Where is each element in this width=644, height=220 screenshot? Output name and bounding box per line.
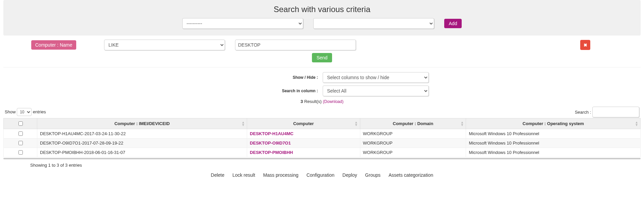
col-checkbox[interactable]	[4, 118, 37, 129]
computer-link[interactable]: DESKTOP-O9ID7O1	[250, 141, 291, 146]
results-table: Computer : IMEI/DEVICEID▲▼ Computer▲▼ Co…	[3, 118, 641, 157]
col-domain[interactable]: Computer : Domain▲▼	[360, 118, 466, 129]
active-criteria-row: Computer : Name LIKE ✖	[3, 40, 641, 50]
cell-os: Microsoft Windows 10 Professionnel	[466, 139, 641, 148]
col-os[interactable]: Computer : Operating system▲▼	[466, 118, 641, 129]
action-groups[interactable]: Groups	[365, 172, 380, 178]
cell-imei: DESKTOP-PMOIBHH-2018-06-01-16-31-07	[37, 148, 247, 157]
action-delete[interactable]: Delete	[211, 172, 224, 178]
cell-domain: WORKGROUP	[360, 129, 466, 139]
col-computer[interactable]: Computer▲▼	[247, 118, 360, 129]
operator-select[interactable]: LIKE	[104, 40, 225, 50]
sort-icon: ▲▼	[355, 121, 358, 126]
criteria-value-input[interactable]	[235, 40, 356, 50]
cell-imei: DESKTOP-O9ID7O1-2017-07-28-09-19-22	[37, 139, 247, 148]
row-checkbox[interactable]	[18, 131, 23, 136]
cell-os: Microsoft Windows 10 Professionnel	[466, 148, 641, 157]
cell-imei: DESKTOP-H1AU4MC-2017-03-24-11-30-22	[37, 129, 247, 139]
search-in-column-label: Search in column :	[215, 89, 323, 93]
remove-criteria-button[interactable]: ✖	[580, 40, 590, 50]
row-checkbox-cell	[4, 139, 37, 148]
cell-computer: DESKTOP-O9ID7O1	[247, 139, 360, 148]
table-row: DESKTOP-H1AU4MC-2017-03-24-11-30-22DESKT…	[4, 129, 641, 139]
search-in-column-select[interactable]: Select All	[323, 86, 429, 96]
sort-icon: ▲▼	[461, 121, 464, 126]
col-imei[interactable]: Computer : IMEI/DEVICEID▲▼	[37, 118, 247, 129]
table-info: Showing 1 to 3 of 3 entries	[30, 163, 641, 168]
row-checkbox[interactable]	[18, 150, 23, 155]
entries-length: Show 10 entries	[5, 108, 46, 116]
row-checkbox-cell	[4, 148, 37, 157]
entries-select[interactable]: 10	[17, 108, 32, 116]
table-row: DESKTOP-PMOIBHH-2018-06-01-16-31-07DESKT…	[4, 148, 641, 157]
search-panel: Search with various criteria ---------- …	[3, 0, 641, 36]
table-row: DESKTOP-O9ID7O1-2017-07-28-09-19-22DESKT…	[4, 139, 641, 148]
row-checkbox[interactable]	[18, 141, 23, 145]
criteria-field-select[interactable]: ----------	[182, 18, 303, 29]
add-button[interactable]: Add	[444, 19, 462, 28]
close-icon: ✖	[584, 43, 587, 48]
table-search: Search :	[575, 107, 639, 117]
action-lock-result[interactable]: Lock result	[232, 172, 255, 178]
panel-title: Search with various criteria	[10, 5, 634, 14]
horizontal-scrollbar[interactable]	[3, 158, 641, 159]
action-assets-categorization[interactable]: Assets categorization	[388, 172, 433, 178]
download-link[interactable]: (Download)	[323, 99, 343, 104]
bulk-actions: Delete Lock result Mass processing Confi…	[3, 172, 641, 178]
computer-link[interactable]: DESKTOP-PMOIBHH	[250, 150, 293, 155]
sort-icon: ▲▼	[635, 121, 638, 126]
select-all-checkbox[interactable]	[18, 121, 23, 126]
computer-link[interactable]: DESKTOP-H1AU4MC	[250, 131, 293, 136]
action-mass-processing[interactable]: Mass processing	[263, 172, 298, 178]
cell-computer: DESKTOP-PMOIBHH	[247, 148, 360, 157]
criteria-badge: Computer : Name	[31, 40, 76, 50]
cell-computer: DESKTOP-H1AU4MC	[247, 129, 360, 139]
row-checkbox-cell	[4, 129, 37, 139]
send-button[interactable]: Send	[312, 53, 332, 62]
table-search-input[interactable]	[592, 107, 639, 117]
criteria-operator-select[interactable]	[313, 18, 434, 29]
show-hide-select[interactable]: Select columns to show / hide	[323, 72, 429, 83]
action-deploy[interactable]: Deploy	[342, 172, 357, 178]
cell-domain: WORKGROUP	[360, 148, 466, 157]
cell-os: Microsoft Windows 10 Professionnel	[466, 129, 641, 139]
action-configuration[interactable]: Configuration	[307, 172, 334, 178]
sort-icon: ▲▼	[241, 121, 245, 126]
cell-domain: WORKGROUP	[360, 139, 466, 148]
show-hide-label: Show / Hide :	[215, 75, 323, 80]
result-count: 3 Result(s) (Download)	[3, 99, 641, 104]
